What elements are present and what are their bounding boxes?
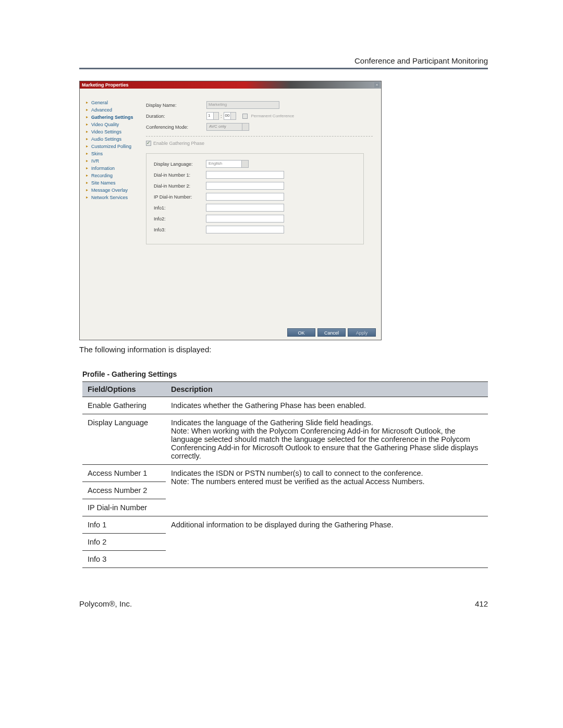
nav-skins[interactable]: Skins — [86, 150, 137, 157]
duration-colon: : — [221, 114, 222, 119]
row-access-desc: Indicates the ISDN or PSTN number(s) to … — [166, 465, 488, 516]
nav-panel: General Advanced Gathering Settings Vide… — [80, 89, 140, 340]
display-name-label: Display Name: — [146, 103, 206, 108]
row-access1-field: Access Number 1 — [82, 465, 166, 482]
duration-label: Duration: — [146, 114, 206, 119]
titlebar: Marketing Properties × — [80, 81, 381, 89]
info1-label: Info1: — [154, 205, 206, 211]
header-rule — [79, 68, 488, 69]
dialin2-label: Dial-in Number 2: — [154, 183, 206, 189]
nav-general[interactable]: General — [86, 99, 137, 106]
ipdial-input[interactable] — [206, 193, 284, 201]
row-ipdial-field: IP Dial-in Number — [82, 499, 166, 516]
ok-button[interactable]: OK — [287, 328, 315, 337]
nav-recording[interactable]: Recording — [86, 172, 137, 179]
table-title: Profile - Gathering Settings — [82, 370, 177, 378]
row-info1-field: Info 1 — [82, 516, 166, 534]
dialin1-input[interactable] — [206, 171, 284, 179]
gathering-frame: Display Language: English Dial-in Number… — [146, 153, 364, 244]
row-access2-field: Access Number 2 — [82, 482, 166, 499]
info2-input[interactable] — [206, 215, 284, 223]
display-language-label: Display Language: — [154, 162, 206, 167]
nav-audio-settings[interactable]: Audio Settings — [86, 135, 137, 143]
content-panel: Display Name: Marketing Duration: 1 : 00… — [140, 89, 381, 340]
nav-advanced[interactable]: Advanced — [86, 106, 137, 114]
enable-gathering-checkbox[interactable] — [146, 141, 151, 146]
conf-mode-label: Conferencing Mode: — [146, 125, 206, 130]
apply-button[interactable]: Apply — [348, 328, 376, 337]
info3-label: Info3: — [154, 227, 206, 232]
nav-network-services[interactable]: Network Services — [86, 194, 137, 201]
nav-site-names[interactable]: Site Names — [86, 179, 137, 187]
row-enable-gathering-field: Enable Gathering — [82, 397, 166, 414]
footer-company: Polycom®, Inc. — [79, 599, 132, 608]
row-info3-field: Info 3 — [82, 551, 166, 568]
row-display-language-desc: Indicates the language of the Gathering … — [166, 414, 488, 465]
duration-mins-stepper[interactable]: 00 — [224, 112, 236, 120]
info2-label: Info2: — [154, 216, 206, 221]
dialog-title: Marketing Properties — [80, 82, 129, 88]
display-language-select[interactable]: English — [206, 160, 249, 168]
nav-customized-polling[interactable]: Customized Polling — [86, 143, 137, 150]
page-header: Conference and Participant Monitoring — [354, 56, 488, 65]
dialog-window: Marketing Properties × General Advanced … — [79, 81, 382, 340]
info1-input[interactable] — [206, 204, 284, 212]
row-info-desc: Additional information to be displayed d… — [166, 516, 488, 568]
info3-input[interactable] — [206, 226, 284, 233]
row-info2-field: Info 2 — [82, 534, 166, 551]
row-display-language-field: Display Language — [82, 414, 166, 465]
nav-video-settings[interactable]: Video Settings — [86, 128, 137, 135]
nav-message-overlay[interactable]: Message Overlay — [86, 187, 137, 194]
footer-page-number: 412 — [475, 599, 488, 608]
divider — [146, 136, 373, 137]
display-name-input[interactable]: Marketing — [206, 101, 279, 109]
row-enable-gathering-desc: Indicates whether the Gathering Phase ha… — [166, 397, 488, 414]
close-icon[interactable]: × — [374, 82, 380, 88]
nav-ivr[interactable]: IVR — [86, 157, 137, 165]
conf-mode-select[interactable]: AVC only — [206, 123, 249, 131]
enable-gathering-label: Enable Gathering Phase — [153, 141, 204, 146]
duration-hours-stepper[interactable]: 1 — [206, 112, 219, 120]
ipdial-label: IP Dial-in Number: — [154, 194, 206, 200]
nav-information[interactable]: Information — [86, 165, 137, 172]
header-desc: Description — [166, 382, 488, 397]
permanent-conf-checkbox[interactable] — [242, 114, 248, 119]
nav-gathering-settings[interactable]: Gathering Settings — [86, 114, 137, 121]
settings-table: Field/Options Description Enable Gatheri… — [82, 381, 488, 568]
cancel-button[interactable]: Cancel — [317, 328, 346, 337]
dialin2-input[interactable] — [206, 182, 284, 190]
caption-text: The following information is displayed: — [79, 345, 211, 354]
nav-video-quality[interactable]: Video Quality — [86, 121, 137, 128]
header-field: Field/Options — [82, 382, 166, 397]
dialin1-label: Dial-in Number 1: — [154, 172, 206, 178]
permanent-conf-label: Permanent Conference — [251, 114, 295, 118]
